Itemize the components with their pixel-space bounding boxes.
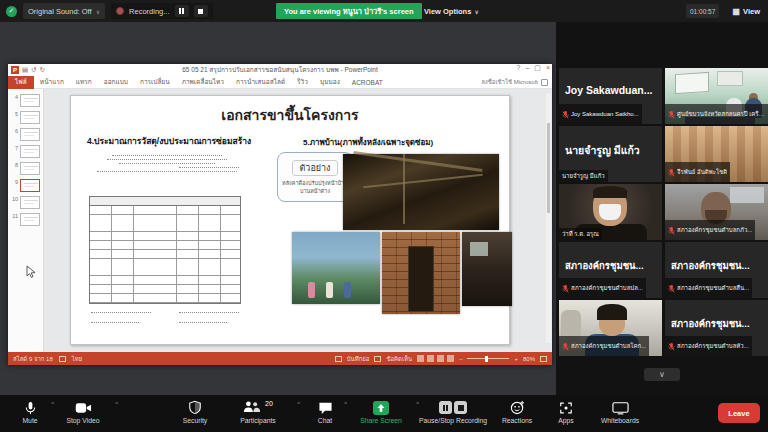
slide-thumbnail[interactable]: 10 (8, 194, 43, 211)
tab-transitions[interactable]: การเปลี่ยน (134, 77, 176, 87)
chevron-down-icon[interactable]: ∨ (96, 8, 100, 15)
comments-icon (374, 356, 381, 362)
tab-home[interactable]: หน้าแรก (34, 77, 70, 87)
tab-acrobat[interactable]: ACROBAT (346, 79, 389, 86)
slide-right-heading: 5.ภาพบ้าน(ภาพทั้งหลัง/เฉพาะจุดซ่อม) (303, 136, 433, 149)
stop-video-button[interactable]: ^ Stop Video (50, 399, 116, 429)
comments-toggle[interactable]: ข้อคิดเห็น (386, 354, 412, 364)
chevron-up-icon[interactable]: ^ (297, 401, 300, 407)
mouse-cursor (26, 265, 36, 283)
document-title: 65 05 21 สรุปการปรับเอกสารขอสนับสนุนโครง… (8, 65, 552, 75)
house-photo-brick-door (382, 232, 460, 314)
meeting-toolbar: ^ Mute ^ Stop Video Security 20 ^ (0, 395, 768, 432)
camera-icon (50, 399, 116, 416)
participant-tile[interactable]: สภาองค์กรชุมชน... สภาองค์กรชุมชนตำบลปล..… (559, 242, 662, 298)
participant-tile[interactable]: สภาองค์กรชุมชนตำบลโคก... (559, 300, 662, 356)
maximize-button[interactable]: ▢ (534, 64, 541, 72)
powerpoint-status-bar: สไลด์ 9 จาก 18 ไทย บันทึกย่อ ข้อคิดเห็น … (8, 352, 552, 365)
connection-ok-icon: ✓ (6, 6, 17, 17)
chat-bubble-icon (305, 399, 345, 416)
chevron-up-icon[interactable]: ^ (115, 401, 118, 407)
house-photo-roof-interior (343, 154, 499, 230)
sign-in-button[interactable]: ลงชื่อเข้าใช้ Microsoft (481, 77, 552, 87)
stop-recording-button[interactable] (194, 5, 208, 17)
zoom-level[interactable]: 80% (523, 356, 535, 362)
tab-animations[interactable]: ภาพเคลื่อนไหว (176, 77, 230, 87)
minimize-button[interactable]: – (525, 64, 529, 72)
zoom-meeting-window: ✓ Original Sound: Off ∨ Recording... You… (0, 0, 768, 432)
participant-tile[interactable]: Joy Sakawduan... Joy Sakawduan Satkho... (559, 68, 662, 124)
estimate-table (89, 196, 241, 304)
file-tab[interactable]: ไฟล์ (8, 76, 34, 89)
pause-recording-button[interactable] (175, 5, 189, 17)
language-indicator[interactable]: ไทย (72, 354, 83, 364)
slide-thumbnail[interactable]: 11 (8, 211, 43, 228)
zoom-slider[interactable] (467, 358, 509, 359)
spellcheck-icon[interactable] (59, 356, 66, 362)
slide-thumbnail[interactable]: 7 (8, 143, 43, 160)
slide-canvas[interactable]: เอกสารขาขึ้นโครงการ 4.ประมาณการวัสดุ/งบป… (70, 95, 510, 345)
tab-review[interactable]: รีวิว (291, 77, 314, 87)
participant-tile[interactable]: สภาองค์กรชุมชน... สภาองค์กรชุมชนตำบลหัว.… (665, 300, 768, 356)
chat-button[interactable]: ^ Chat (305, 399, 345, 429)
stop-recording-icon[interactable] (454, 401, 467, 414)
participants-video-strip: Joy Sakawduan... Joy Sakawduan Satkho...… (556, 22, 768, 395)
zoom-in-button[interactable]: + (514, 356, 518, 362)
notes-toggle[interactable]: บันทึกย่อ (347, 354, 370, 364)
close-button[interactable]: × (546, 64, 550, 72)
participant-tile[interactable]: สภาองค์กรชุมชนตำบลกภัว... (665, 184, 768, 240)
tab-view[interactable]: มุมมอง (314, 77, 346, 87)
tab-insert[interactable]: แทรก (70, 77, 98, 87)
chevron-down-icon: ∨ (474, 8, 478, 15)
meeting-timer: 01:00:57 (686, 4, 719, 18)
house-photo-interior-window (462, 232, 512, 306)
slide-thumbnail[interactable]: 8 (8, 160, 43, 177)
participants-count-badge: 20 (265, 400, 273, 407)
view-layout-button[interactable]: ▦ View (732, 3, 760, 19)
vertical-scrollbar[interactable] (546, 93, 551, 343)
more-participants-button[interactable]: ∨ (644, 368, 680, 381)
grid-view-icon: ▦ (732, 7, 740, 16)
participant-tile[interactable]: ศูนย์ขบวนจังหวัดสกลนครปี เครือข่า... (665, 68, 768, 124)
muted-mic-icon (668, 279, 675, 297)
callout-title: ตัวอย่าง (292, 160, 337, 176)
participant-tile[interactable]: จีรพันธ์ อันติพะโชติ (665, 126, 768, 182)
whiteboard-icon (580, 399, 660, 416)
tab-design[interactable]: ออกแบบ (98, 77, 134, 87)
slide-position: สไลด์ 9 จาก 18 (13, 354, 53, 364)
security-button[interactable]: Security (165, 399, 225, 429)
help-button[interactable]: ? (516, 64, 520, 72)
original-sound-toggle[interactable]: Original Sound: Off ∨ (23, 3, 105, 19)
participants-button[interactable]: 20 ^ Participants (218, 399, 298, 429)
shield-icon (165, 399, 225, 416)
participant-tile-active-speaker[interactable]: ว่าที่ ร.ต. อรุณ (559, 184, 662, 240)
smiley-plus-icon (486, 399, 548, 416)
slide-thumbnail-current[interactable]: 9 (8, 177, 43, 194)
view-mode-buttons[interactable] (417, 355, 454, 362)
muted-mic-icon (562, 105, 569, 123)
participants-icon (243, 399, 261, 417)
estimate-form-image (87, 152, 247, 338)
zoom-out-button[interactable]: – (459, 356, 462, 362)
view-options-menu[interactable]: View Options ∨ (424, 3, 479, 19)
participant-tile[interactable]: สภาองค์กรชุมชน... สภาองค์กรชุมชนตำบลสืน.… (665, 242, 768, 298)
leave-button[interactable]: Leave (718, 403, 760, 423)
slide-thumbnail[interactable]: 4 (8, 92, 43, 109)
mute-button[interactable]: ^ Mute (8, 399, 52, 429)
pause-recording-icon[interactable] (439, 401, 452, 414)
ribbon-tab-bar: ไฟล์ หน้าแรก แทรก ออกแบบ การเปลี่ยน ภาพเ… (8, 76, 552, 89)
powerpoint-window: P ▤ ↺ ↻ 65 05 21 สรุปการปรับเอกสารขอสนับ… (8, 64, 552, 365)
slide-thumbnail[interactable]: 5 (8, 109, 43, 126)
account-avatar-icon (541, 79, 548, 86)
slide-thumbnail-panel[interactable]: 4 5 6 7 8 9 10 11 (8, 89, 44, 352)
microphone-icon (8, 399, 52, 416)
participant-tile[interactable]: นายจำรูญ มีแก้ว นายจำรูญ มีแก้ว (559, 126, 662, 182)
tab-slideshow[interactable]: การนำเสนอสไลด์ (230, 77, 291, 87)
whiteboards-button[interactable]: Whiteboards (580, 399, 660, 429)
muted-mic-icon (668, 337, 675, 355)
fit-to-window-icon[interactable] (540, 356, 547, 362)
powerpoint-title-bar: P ▤ ↺ ↻ 65 05 21 สรุปการปรับเอกสารขอสนับ… (8, 64, 552, 76)
slide-thumbnail[interactable]: 6 (8, 126, 43, 143)
reactions-button[interactable]: Reactions (486, 399, 548, 429)
house-photo-blue-exterior (292, 232, 380, 304)
